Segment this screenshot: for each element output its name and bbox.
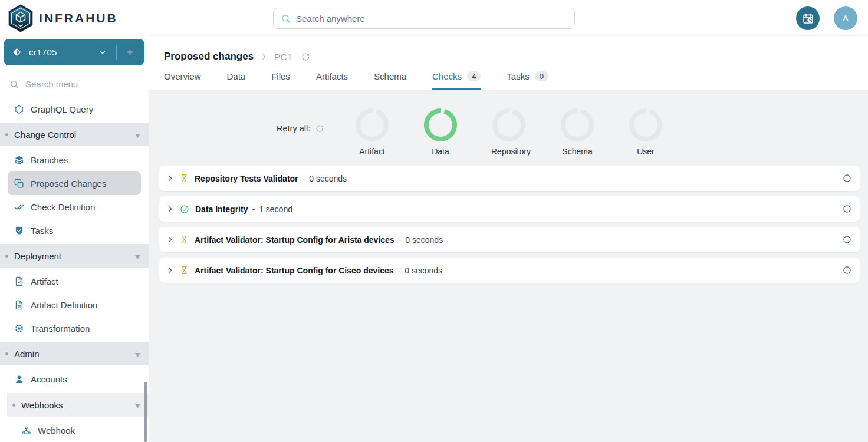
category-ring-repository[interactable]: Repository (491, 107, 527, 156)
info-icon[interactable] (843, 235, 851, 244)
schedule-button[interactable] (796, 6, 820, 30)
menu-search[interactable] (0, 71, 149, 97)
branches-icon (14, 155, 24, 165)
app-window: INFRAHUB cr1705 GraphQL Query (0, 0, 868, 442)
proposed-changes-icon (14, 179, 24, 189)
file-lines-icon (14, 300, 24, 310)
tab-schema[interactable]: Schema (374, 71, 406, 90)
sidebar-item-label: Webhook (38, 425, 75, 436)
tab-count-badge: 0 (535, 71, 548, 81)
tab-tasks[interactable]: Tasks 0 (507, 71, 548, 90)
info-icon[interactable] (843, 174, 851, 183)
sidebar-item-artifact[interactable]: Artifact (0, 269, 149, 293)
sidebar-item-label: GraphQL Query (31, 104, 93, 114)
sidebar-item-label: Artifact (31, 276, 58, 286)
category-ring-schema[interactable]: Schema (560, 107, 595, 156)
info-icon[interactable] (843, 204, 851, 213)
branch-selector[interactable]: cr1705 (4, 39, 144, 65)
search-icon (9, 80, 19, 89)
tab-files[interactable]: Files (271, 71, 290, 90)
chevron-right-icon[interactable] (166, 236, 174, 243)
retry-all: Retry all: (277, 124, 324, 133)
sidebar-item-proposed-changes[interactable]: Proposed Changes (8, 171, 141, 195)
category-label: Schema (560, 147, 595, 156)
chevron-right-icon[interactable] (166, 174, 174, 182)
progress-ring-icon (560, 107, 595, 143)
page-header: Proposed changes PC1 Overview Data Files… (149, 36, 868, 90)
sidebar-item-check-definition[interactable]: Check Definition (0, 195, 149, 219)
sidebar-item-artifact-definition[interactable]: Artifact Definition (0, 293, 149, 316)
sidebar: INFRAHUB cr1705 GraphQL Query (0, 0, 149, 442)
category-ring-user[interactable]: User (628, 107, 663, 156)
triangle-down-icon (135, 130, 140, 140)
category-ring-artifact[interactable]: Artifact (354, 107, 390, 156)
progress-ring-icon (354, 107, 390, 143)
sidebar-item-graphql-query[interactable]: GraphQL Query (0, 97, 149, 121)
breadcrumb-current: PC1 (274, 52, 292, 62)
validator-row[interactable]: Data Integrity - 1 second (159, 196, 860, 222)
brand-name: INFRAHUB (39, 11, 118, 25)
validator-name: Artifact Validator: Startup Config for A… (195, 235, 394, 245)
sidebar-section-change-control[interactable]: Change Control (0, 123, 149, 146)
progress-ring-icon (423, 107, 458, 143)
sidebar-item-transformation[interactable]: Transformation (0, 316, 149, 340)
shield-check-icon (14, 226, 24, 236)
chevron-right-icon[interactable] (166, 205, 174, 213)
chevron-right-icon[interactable] (166, 266, 174, 274)
divider (116, 45, 117, 60)
sidebar-item-webhook[interactable]: Webhook (0, 418, 149, 442)
tab-label: Tasks (507, 71, 529, 81)
sidebar-section-admin[interactable]: Admin (0, 342, 149, 365)
tab-checks[interactable]: Checks 4 (432, 71, 481, 90)
breadcrumb-title[interactable]: Proposed changes (164, 51, 254, 62)
chevron-down-icon[interactable] (93, 45, 113, 60)
menu-search-input[interactable] (25, 79, 139, 89)
triangle-down-icon (135, 400, 140, 410)
info-icon[interactable] (843, 266, 851, 275)
section-label: Webhooks (21, 400, 129, 410)
gear-icon (14, 324, 24, 334)
sidebar-scrollbar[interactable] (144, 382, 147, 442)
sidebar-item-branches[interactable]: Branches (0, 148, 149, 171)
validator-row[interactable]: Artifact Validator: Startup Config for A… (159, 227, 860, 252)
tab-label: Overview (164, 71, 201, 81)
retry-all-refresh-icon[interactable] (315, 124, 324, 133)
calendar-clock-icon (802, 12, 814, 25)
bullet-icon (5, 352, 8, 355)
avatar[interactable]: A (834, 6, 857, 30)
sidebar-item-label: Proposed Changes (31, 179, 106, 189)
sidebar-item-label: Transformation (31, 324, 90, 334)
validator-list: Repository Tests Validator - 0 seconds (159, 166, 860, 283)
hourglass-icon (180, 174, 189, 183)
sidebar-section-webhooks[interactable]: Webhooks (7, 393, 149, 417)
file-check-icon (14, 276, 24, 286)
tab-artifacts[interactable]: Artifacts (316, 71, 348, 90)
tab-data[interactable]: Data (227, 71, 246, 90)
sidebar-item-label: Check Definition (31, 202, 95, 212)
category-ring-data[interactable]: Data (423, 107, 458, 156)
progress-ring-icon (628, 107, 663, 143)
validator-duration: 0 seconds (309, 174, 347, 183)
topbar: A (149, 0, 868, 36)
retry-all-label: Retry all: (277, 124, 310, 133)
sidebar-item-tasks[interactable]: Tasks (0, 219, 149, 242)
refresh-icon[interactable] (301, 52, 310, 61)
global-search-input[interactable] (296, 14, 567, 24)
triangle-down-icon (135, 251, 140, 261)
add-branch-button[interactable] (120, 44, 140, 60)
retry-row: Retry all: Artifact Data (149, 90, 868, 166)
separator: - (252, 204, 255, 214)
bullet-icon (12, 404, 15, 407)
sidebar-item-accounts[interactable]: Accounts (0, 367, 149, 391)
category-label: User (628, 147, 663, 156)
breadcrumb: Proposed changes PC1 (164, 51, 868, 62)
sidebar-section-deployment[interactable]: Deployment (0, 244, 149, 268)
sidebar-item-label: Branches (31, 155, 68, 165)
bullet-icon (5, 255, 8, 258)
validator-row[interactable]: Artifact Validator: Startup Config for C… (159, 258, 860, 283)
global-search[interactable] (273, 8, 575, 29)
tab-overview[interactable]: Overview (164, 71, 201, 90)
sidebar-item-label: Accounts (31, 374, 67, 384)
validator-row[interactable]: Repository Tests Validator - 0 seconds (159, 166, 860, 191)
person-icon (14, 374, 24, 384)
